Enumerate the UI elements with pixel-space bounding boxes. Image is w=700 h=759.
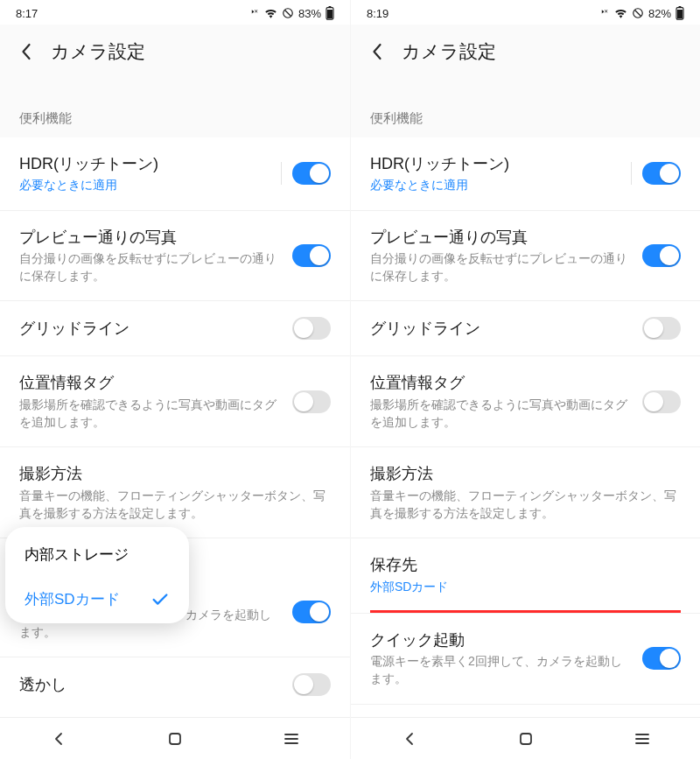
item-grid[interactable]: グリッドライン (0, 301, 350, 356)
status-battery-text: 82% (648, 7, 671, 20)
settings-list: HDR(リッチトーン) 必要なときに適用 プレビュー通りの写真 自分撮りの画像を… (351, 137, 700, 717)
popup-option-label: 内部ストレージ (24, 545, 129, 565)
item-preview[interactable]: プレビュー通りの写真 自分撮りの画像を反転せずにプレビューの通りに保存します。 (0, 211, 350, 302)
toggle-preview[interactable] (292, 244, 331, 267)
item-watermark[interactable]: 透かし (0, 657, 350, 712)
item-hdr[interactable]: HDR(リッチトーン) 必要なときに適用 (351, 137, 700, 211)
nav-home[interactable] (500, 725, 552, 753)
item-title: 撮影方法 (370, 463, 681, 484)
item-sub: 撮影場所を確認できるように写真や動画にタグを追加します。 (370, 396, 632, 432)
mute-icon (598, 7, 610, 19)
item-title: 撮影方法 (19, 463, 331, 484)
battery-icon (326, 6, 334, 20)
toggle-preview[interactable] (642, 244, 681, 267)
header: カメラ設定 (0, 25, 350, 79)
check-icon (150, 590, 170, 609)
item-title: HDR(リッチトーン) (19, 153, 270, 174)
status-icons: 83% (248, 6, 334, 20)
item-quick[interactable]: クイック起動 電源キーを素早く2回押して、カメラを起動します。 (351, 614, 700, 705)
status-bar: 8:17 83% (0, 0, 350, 25)
nav-bar (0, 717, 350, 759)
wifi-icon (264, 8, 277, 18)
mute-icon (248, 7, 260, 19)
item-sub: 自分撮りの画像を反転せずにプレビューの通りに保存します。 (19, 249, 282, 285)
svg-rect-13 (677, 10, 682, 18)
svg-rect-4 (327, 10, 332, 18)
item-preview[interactable]: プレビュー通りの写真 自分撮りの画像を反転せずにプレビューの通りに保存します。 (351, 211, 700, 302)
wifi-icon (614, 8, 627, 18)
item-sub: 音量キーの機能、フローティングシャッターボタン、写真を撮影する方法を設定します。 (19, 487, 331, 523)
item-sub: 音量キーの機能、フローティングシャッターボタン、写真を撮影する方法を設定します。 (370, 487, 681, 523)
item-method[interactable]: 撮影方法 音量キーの機能、フローティングシャッターボタン、写真を撮影する方法を設… (351, 447, 700, 538)
toggle-hdr[interactable] (292, 162, 331, 185)
svg-rect-3 (328, 6, 331, 8)
toggle-grid[interactable] (642, 317, 681, 340)
nav-bar (351, 717, 700, 759)
item-sub: 外部SDカード (370, 578, 681, 595)
nav-back[interactable] (383, 725, 436, 753)
item-sub: 必要なときに適用 (370, 176, 620, 193)
item-title: プレビュー通りの写真 (370, 227, 632, 248)
item-title: 透かし (19, 674, 282, 695)
item-hdr[interactable]: HDR(リッチトーン) 必要なときに適用 (0, 137, 350, 211)
popup-option-internal[interactable]: 内部ストレージ (5, 532, 189, 577)
popup-option-sdcard[interactable]: 外部SDカード (5, 577, 189, 622)
svg-rect-12 (678, 6, 681, 8)
toggle-quick[interactable] (292, 601, 331, 623)
section-label: 便利機能 (0, 79, 350, 137)
item-watermark[interactable]: 透かし (351, 705, 700, 717)
popup-option-label: 外部SDカード (24, 589, 120, 609)
item-sub: 自分撮りの画像を反転せずにプレビューの通りに保存します。 (370, 249, 632, 285)
section-label: 便利機能 (351, 79, 700, 137)
block-icon (282, 7, 294, 19)
toggle-grid[interactable] (292, 317, 331, 340)
item-title: グリッドライン (19, 318, 282, 339)
toggle-watermark[interactable] (292, 673, 331, 696)
item-title: 保存先 (370, 554, 681, 575)
settings-list: HDR(リッチトーン) 必要なときに適用 プレビュー通りの写真 自分撮りの画像を… (0, 137, 350, 717)
svg-line-1 (284, 11, 290, 17)
nav-recents[interactable] (265, 725, 318, 753)
storage-popup: 内部ストレージ 外部SDカード (5, 527, 189, 623)
item-sub: 電源キーを素早く2回押して、カメラを起動します。 (370, 652, 632, 688)
item-sub: 撮影場所を確認できるように写真や動画にタグを追加します。 (19, 396, 282, 432)
phone-left: 8:17 83% カメラ設定 便利機能 HDR(リッチトーン) 必要なときに適用 (0, 0, 350, 759)
status-battery-text: 83% (298, 7, 321, 20)
toggle-geo[interactable] (642, 390, 681, 413)
block-icon (632, 7, 644, 19)
svg-line-10 (634, 11, 640, 17)
divider (631, 162, 632, 185)
svg-rect-14 (521, 734, 531, 744)
item-sub: 必要なときに適用 (19, 176, 270, 193)
item-method[interactable]: 撮影方法 音量キーの機能、フローティングシャッターボタン、写真を撮影する方法を設… (0, 447, 350, 538)
back-button[interactable] (16, 42, 35, 61)
item-title: 位置情報タグ (19, 372, 282, 393)
item-title: グリッドライン (370, 318, 632, 339)
svg-rect-5 (170, 734, 180, 744)
header: カメラ設定 (351, 25, 700, 79)
item-grid[interactable]: グリッドライン (351, 301, 700, 356)
toggle-quick[interactable] (642, 647, 681, 670)
item-title: クイック起動 (370, 629, 632, 650)
battery-icon (676, 6, 684, 20)
nav-back[interactable] (32, 725, 85, 753)
back-button[interactable] (367, 42, 386, 61)
status-time: 8:19 (367, 7, 388, 20)
toggle-geo[interactable] (292, 390, 331, 413)
toggle-hdr[interactable] (642, 162, 681, 185)
status-time: 8:17 (16, 7, 38, 20)
phone-right: 8:19 82% カメラ設定 便利機能 HDR(リッチトーン) 必要なときに適用 (350, 0, 700, 759)
item-title: 位置情報タグ (370, 372, 632, 393)
item-title: プレビュー通りの写真 (19, 227, 282, 248)
page-title: カメラ設定 (402, 39, 496, 64)
nav-home[interactable] (149, 725, 201, 753)
divider (281, 162, 282, 185)
item-geo[interactable]: 位置情報タグ 撮影場所を確認できるように写真や動画にタグを追加します。 (351, 356, 700, 447)
status-icons: 82% (598, 6, 684, 20)
status-bar: 8:19 82% (351, 0, 700, 25)
item-title: HDR(リッチトーン) (370, 153, 620, 174)
page-title: カメラ設定 (51, 39, 145, 64)
item-storage[interactable]: 保存先 外部SDカード (351, 538, 700, 611)
nav-recents[interactable] (616, 725, 668, 753)
item-geo[interactable]: 位置情報タグ 撮影場所を確認できるように写真や動画にタグを追加します。 (0, 356, 350, 447)
